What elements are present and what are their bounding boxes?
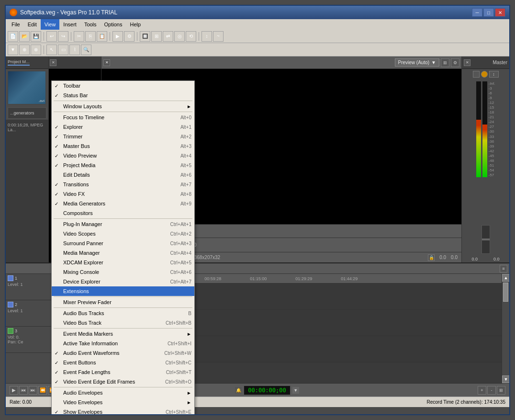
master-fader[interactable] [481,225,490,254]
master-eq-btn[interactable] [473,71,480,78]
tb2-cursor[interactable]: ↖ [46,45,57,55]
zoom-in-btn[interactable]: + [478,386,486,395]
menu-bar: File Edit View Insert Tools Options Help [6,19,509,30]
toolbar-new[interactable]: 📄 [8,31,18,42]
toolbar-label: Toolbar [63,83,191,89]
menu-project-media[interactable]: ✓ Project Media Alt+5 [52,160,194,170]
menu-show-envelopes[interactable]: ✓ Show Envelopes Ctrl+Shift+E [52,407,194,415]
sep-m4 [54,296,192,297]
menu-video-envelopes[interactable]: Video Envelopes ► [52,397,194,407]
menu-video-scopes[interactable]: Video Scopes Ctrl+Alt+2 [52,229,194,238]
timecode-edit-btn[interactable]: ▼ [292,387,299,394]
toolbar-undo[interactable]: ↩ [46,31,57,42]
menu-event-fade-lengths[interactable]: ✓ Event Fade Lengths Ctrl+Shift+T [52,367,194,377]
scroll-thumb[interactable] [503,283,508,302]
preview-close-btn[interactable]: ✕ [103,59,110,66]
toolbar-snap[interactable]: 🔲 [140,31,150,42]
menu-master-bus[interactable]: ✓ Master Bus Alt+3 [52,141,194,151]
toolbar-redo[interactable]: ↪ [58,31,68,42]
preview-grid-btn[interactable]: ⊞ [441,58,449,67]
menu-window-layouts[interactable]: Window Layouts ► [52,102,194,111]
tl-prev-btn[interactable]: ⏮ [19,386,28,395]
toolbar-copy[interactable]: ⎘ [85,31,96,42]
menu-file[interactable]: File [8,19,24,30]
menu-video-bus-track[interactable]: Video Bus Track Ctrl+Shift+B [52,318,194,328]
zoom-out-btn[interactable]: - [487,386,496,395]
menu-video-event-edge[interactable]: ✓ Video Event Edge Edit Frames Ctrl+Shif… [52,377,194,386]
toolbar-cut[interactable]: ✂ [74,31,84,42]
menu-event-buttons[interactable]: ✓ Event Buttons Ctrl+Shift+C [52,358,194,367]
timeline-prop-btn[interactable]: ≡ [500,265,507,272]
menu-explorer[interactable]: ✓ Explorer Alt+1 [52,122,194,132]
menu-mixer-preview-fader[interactable]: Mixer Preview Fader [52,297,194,307]
menu-edit[interactable]: Edit [24,19,41,30]
minimize-button[interactable]: ─ [472,8,482,17]
master-fader-btn[interactable]: ↕ [489,71,499,78]
menu-trimmer[interactable]: ✓ Trimmer Alt+2 [52,132,194,141]
toolbar-properties[interactable]: ⚙ [124,31,134,42]
scroll-down[interactable]: ▼ [502,375,509,383]
media-content-area: 0:00:16;28, MPEG La... [6,120,48,262]
menu-tools[interactable]: Tools [80,19,101,30]
menu-video-fx[interactable]: ✓ Video FX Alt+8 [52,189,194,199]
menu-mixing-console[interactable]: Mixing Console Ctrl+Alt+6 [52,267,194,277]
generators-tab[interactable]: ...generators [8,107,46,119]
lock-btn[interactable]: 🔒 [428,254,435,261]
menu-insert[interactable]: Insert [59,19,80,30]
toolbar-edit-mode[interactable]: ↕ [202,31,212,42]
menu-media-manager[interactable]: Media Manager Ctrl+Alt+4 [52,248,194,258]
toolbar-grid[interactable]: ⊞ [151,31,162,42]
menu-compositors[interactable]: Compositors [52,208,194,218]
toolbar-paste[interactable]: 📋 [97,31,107,42]
tb2-zoom[interactable]: 🔍 [81,45,91,55]
menu-extensions[interactable]: Extensions [52,286,194,296]
menu-help[interactable]: Help [126,19,145,30]
tl-next-btn[interactable]: ⏭ [29,386,37,395]
preview-mode-dropdown[interactable]: Preview (Auto) ▼ [395,58,439,67]
tb2-select[interactable]: ▭ [58,45,68,55]
menu-edit-details[interactable]: Edit Details Alt+6 [52,170,194,180]
menu-plugin-manager[interactable]: Plug-In Manager Ctrl+Alt+1 [52,219,194,229]
menu-audio-bus-tracks[interactable]: Audio Bus Tracks B [52,308,194,318]
tl-skip-back-btn[interactable]: ⏪ [38,386,47,395]
timeline-right-controls: ≡ [500,265,507,272]
toolbar-scrub[interactable]: ◎ [174,31,185,42]
toolbar-auto-ripple[interactable]: ⟲ [186,31,196,42]
menu-active-take-info[interactable]: Active Take Information Ctrl+Shift+I [52,339,194,348]
close-button[interactable]: ✕ [495,8,505,17]
menu-audio-event-waveforms[interactable]: ✓ Audio Event Waveforms Ctrl+Shift+W [52,348,194,358]
master-close[interactable]: ✕ [464,59,470,66]
metronome-btn[interactable]: 🔔 [235,387,242,394]
trimmer-close[interactable]: ✕ [50,59,56,66]
menu-view[interactable]: View [41,19,60,30]
menu-options[interactable]: Options [101,19,126,30]
tb2-knife[interactable]: ⌇ [69,45,80,55]
preview-settings-btn[interactable]: ⚙ [451,58,459,67]
menu-device-explorer[interactable]: Device Explorer Ctrl+Alt+7 [52,277,194,286]
toolbar-open[interactable]: 📂 [19,31,30,42]
title-bar: Softpedia.veg - Vegas Pro 11.0 TRIAL ─ □… [6,6,509,19]
project-media-tab[interactable]: Project M... [8,59,30,66]
menu-xdcam-explorer[interactable]: XDCAM Explorer Ctrl+Alt+5 [52,258,194,267]
toolbar-envelope[interactable]: ~ [213,31,224,42]
menu-toolbar[interactable]: ✓ Toolbar [52,81,194,91]
maximize-button[interactable]: □ [483,8,494,17]
scroll-up[interactable]: ▲ [502,274,509,282]
tb2-btn1[interactable]: ▼ [8,45,18,55]
menu-statusbar[interactable]: ✓ Status Bar [52,91,194,100]
menu-focus-timeline[interactable]: Focus to Timeline Alt+0 [52,113,194,122]
menu-audio-envelopes[interactable]: Audio Envelopes ► [52,388,194,397]
menu-video-preview[interactable]: ✓ Video Preview Alt+4 [52,151,194,160]
menu-media-generators[interactable]: ✓ Media Generators Alt+9 [52,199,194,208]
tl-extra-btn[interactable]: ⊞ [497,386,505,395]
tb2-btn2[interactable]: ⊕ [19,45,30,55]
menu-event-media-markers[interactable]: Event Media Markers ► [52,329,194,339]
tl-play-btn[interactable]: ▶ [10,386,18,395]
toolbar-save[interactable]: 💾 [31,31,41,42]
menu-surround-panner[interactable]: Surround Panner Ctrl+Alt+3 [52,238,194,248]
master-settings-btn[interactable] [481,71,488,78]
toolbar-loop[interactable]: ⇄ [163,31,173,42]
menu-transitions[interactable]: ✓ Transitions Alt+7 [52,180,194,189]
tb2-btn3[interactable]: ⊗ [31,45,41,55]
toolbar-render[interactable]: ▶ [112,31,123,42]
